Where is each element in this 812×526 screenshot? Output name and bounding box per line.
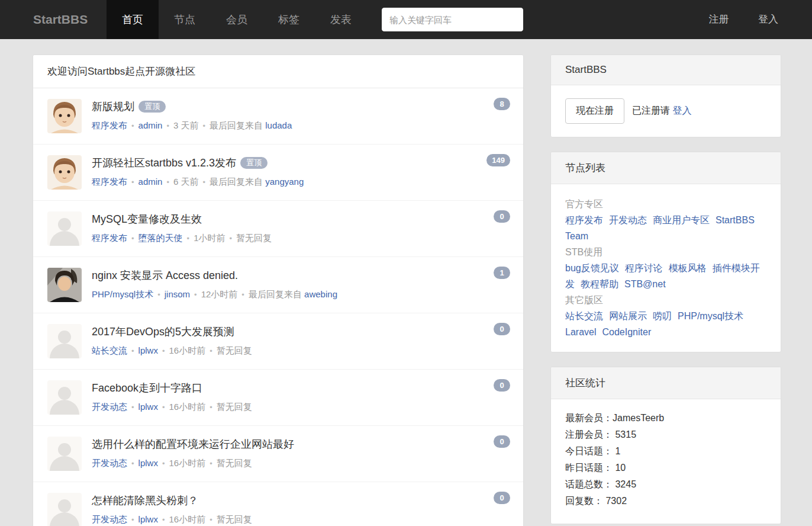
baby-photo-avatar[interactable] bbox=[47, 99, 82, 133]
topic-time: 12小时前 bbox=[201, 289, 238, 299]
nav-item-members[interactable]: 会员 bbox=[211, 0, 263, 39]
topic-author-link[interactable]: lplwx bbox=[138, 402, 158, 412]
about-panel: StartBBS 现在注册 已注册请 登入 bbox=[550, 54, 781, 137]
node-link[interactable]: 教程帮助 bbox=[581, 279, 618, 289]
topic-title[interactable]: nginx 安装显示 Access denied. bbox=[92, 270, 238, 281]
meta-separator: • bbox=[210, 403, 212, 412]
nav-item-home[interactable]: 首页 bbox=[107, 0, 159, 39]
default-avatar[interactable] bbox=[47, 493, 82, 526]
topic-list-panel: 欢迎访问Startbbs起点开源微社区 新版规划置顶 程序发布•admin•3 … bbox=[33, 54, 524, 526]
node-link[interactable]: 模板风格 bbox=[669, 263, 707, 273]
node-link[interactable]: 程序讨论 bbox=[625, 263, 663, 273]
node-list-title: 节点列表 bbox=[551, 152, 781, 184]
node-link[interactable]: PHP/mysql技术 bbox=[678, 311, 743, 321]
meta-separator: • bbox=[162, 459, 165, 468]
meta-separator: • bbox=[162, 403, 165, 412]
meta-separator: • bbox=[166, 178, 169, 187]
nav-item-nodes[interactable]: 节点 bbox=[159, 0, 211, 39]
topic-title[interactable]: Facebook走到十字路口 bbox=[92, 382, 202, 394]
meta-separator: • bbox=[131, 121, 134, 130]
topic-time: 16小时前 bbox=[169, 458, 205, 468]
last-reply-user-link[interactable]: yangyang bbox=[265, 177, 304, 187]
node-link[interactable]: Laravel bbox=[565, 327, 596, 337]
last-reply-user-link[interactable]: awebing bbox=[304, 289, 337, 299]
topic-author-link[interactable]: lplwx bbox=[138, 458, 158, 468]
man-photo-avatar[interactable] bbox=[47, 268, 82, 302]
topic-node-link[interactable]: 程序发布 bbox=[92, 233, 127, 243]
stat-total-replies: 回复数： 7302 bbox=[565, 493, 766, 509]
navbar-login-link[interactable]: 登入 bbox=[758, 14, 778, 25]
node-link[interactable]: 开发动态 bbox=[609, 215, 647, 225]
node-list-panel: 节点列表 官方专区 程序发布开发动态商业用户专区StartBBS Team ST… bbox=[550, 152, 781, 352]
meta-separator: • bbox=[203, 178, 206, 187]
node-link[interactable]: bug反馈见议 bbox=[565, 263, 619, 273]
topic-row: 2017年DevOps的5大发展预测 站长交流•lplwx•16小时前•暂无回复… bbox=[33, 313, 523, 370]
reply-count-badge: 0 bbox=[494, 379, 510, 392]
topic-time: 1小时前 bbox=[194, 233, 225, 243]
node-link[interactable]: 商业用户专区 bbox=[653, 215, 710, 225]
topic-node-link[interactable]: 程序发布 bbox=[92, 177, 127, 187]
register-now-button[interactable]: 现在注册 bbox=[565, 98, 624, 124]
topic-author-link[interactable]: 堕落的天使 bbox=[138, 233, 183, 243]
meta-separator: • bbox=[187, 234, 190, 243]
search-input[interactable] bbox=[382, 8, 523, 31]
node-link[interactable]: STB@net bbox=[624, 279, 666, 289]
reply-count-badge: 0 bbox=[494, 435, 510, 448]
topic-title[interactable]: 开源轻社区startbbs v1.2.3发布 bbox=[92, 157, 236, 169]
topic-node-link[interactable]: 开发动态 bbox=[92, 458, 127, 468]
topic-node-link[interactable]: 开发动态 bbox=[92, 514, 127, 524]
topic-title[interactable]: 新版规划 bbox=[92, 101, 134, 113]
meta-separator: • bbox=[210, 515, 212, 524]
topic-row: 新版规划置顶 程序发布•admin•3 天前•最后回复来自 ludada 8 bbox=[33, 88, 523, 145]
topic-node-link[interactable]: 程序发布 bbox=[92, 120, 127, 130]
meta-separator: • bbox=[131, 178, 134, 187]
meta-separator: • bbox=[162, 515, 165, 524]
topic-node-link[interactable]: 站长交流 bbox=[92, 345, 127, 355]
top-navbar: StartBBS 首页 节点 会员 标签 发表 注册 登入 bbox=[0, 0, 812, 39]
site-logo[interactable]: StartBBS bbox=[0, 0, 98, 39]
registered-hint: 已注册请 bbox=[632, 105, 670, 116]
topic-title[interactable]: 2017年DevOps的5大发展预测 bbox=[92, 326, 234, 338]
stats-panel-title: 社区统计 bbox=[551, 367, 781, 399]
node-link[interactable]: CodeIgniter bbox=[602, 327, 651, 337]
meta-separator: • bbox=[131, 347, 134, 355]
stats-panel: 社区统计 最新会员：JamesTeerb 注册会员： 5315 今日话题： 1 … bbox=[550, 367, 781, 524]
node-category: 其它版区 bbox=[565, 292, 766, 308]
topic-author-link[interactable]: admin bbox=[138, 177, 163, 187]
meta-separator: • bbox=[131, 515, 134, 524]
topic-time: 16小时前 bbox=[169, 345, 205, 355]
topic-row: 选用什么样的配置环境来运行企业网站最好 开发动态•lplwx•16小时前•暂无回… bbox=[33, 426, 523, 482]
node-link[interactable]: 唠叨 bbox=[653, 311, 672, 321]
topic-title[interactable]: MySQL变量修改及生效 bbox=[92, 213, 202, 225]
topic-author-link[interactable]: lplwx bbox=[138, 514, 158, 524]
reply-count-badge: 1 bbox=[494, 267, 510, 279]
topic-title[interactable]: 选用什么样的配置环境来运行企业网站最好 bbox=[92, 438, 294, 450]
default-avatar[interactable] bbox=[47, 437, 82, 471]
default-avatar[interactable] bbox=[47, 324, 82, 358]
navbar-register-link[interactable]: 注册 bbox=[709, 14, 729, 25]
node-link[interactable]: 站长交流 bbox=[565, 311, 603, 321]
last-reply-label: 最后回复来自 bbox=[210, 177, 263, 187]
meta-separator: • bbox=[131, 234, 134, 243]
topic-node-link[interactable]: PHP/mysql技术 bbox=[92, 289, 153, 299]
topic-author-link[interactable]: jinsom bbox=[165, 289, 190, 299]
sidebar-login-link[interactable]: 登入 bbox=[672, 105, 691, 116]
topic-row: MySQL变量修改及生效 程序发布•堕落的天使•1小时前•暂无回复 0 bbox=[33, 201, 523, 257]
reply-count-badge: 0 bbox=[494, 210, 510, 223]
nav-item-post[interactable]: 发表 bbox=[315, 0, 367, 39]
default-avatar[interactable] bbox=[47, 211, 82, 246]
last-reply-user-link[interactable]: ludada bbox=[265, 120, 292, 130]
topic-node-link[interactable]: 开发动态 bbox=[92, 402, 127, 412]
default-avatar[interactable] bbox=[47, 380, 82, 415]
node-link[interactable]: 程序发布 bbox=[565, 215, 603, 225]
meta-separator: • bbox=[241, 290, 244, 299]
meta-separator: • bbox=[194, 290, 197, 299]
no-reply-label: 暂无回复 bbox=[217, 402, 252, 412]
meta-separator: • bbox=[166, 121, 169, 130]
baby-photo-avatar[interactable] bbox=[47, 155, 82, 190]
topic-title[interactable]: 怎样能清除黑头粉刺？ bbox=[92, 495, 198, 506]
nav-item-tags[interactable]: 标签 bbox=[263, 0, 315, 39]
topic-author-link[interactable]: admin bbox=[138, 120, 163, 130]
topic-author-link[interactable]: lplwx bbox=[138, 345, 158, 355]
node-link[interactable]: 网站展示 bbox=[609, 311, 647, 321]
